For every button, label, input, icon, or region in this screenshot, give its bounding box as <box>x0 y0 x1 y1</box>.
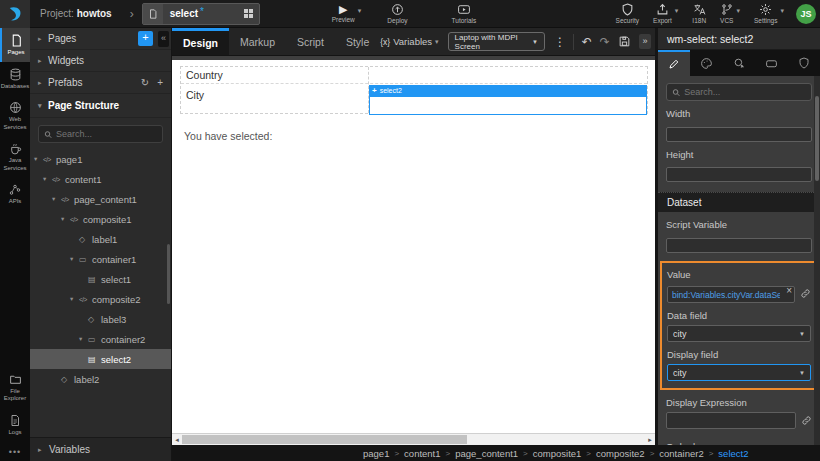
rail-item-logs[interactable]: Logs <box>0 408 30 442</box>
rail-overflow-icon[interactable]: ••• <box>0 441 30 461</box>
wavemaker-logo[interactable] <box>0 0 30 28</box>
tab-markup[interactable]: Markup <box>229 28 286 55</box>
design-canvas[interactable]: Country City + select2 You have selected… <box>172 56 655 433</box>
rail-item-java-services[interactable]: Java Services <box>0 136 30 177</box>
tab-security[interactable] <box>788 50 820 76</box>
breadcrumb-composite1[interactable]: composite1 <box>533 448 582 459</box>
vcs-button[interactable]: VCS <box>720 3 733 24</box>
caret-down-icon[interactable]: ▾ <box>70 295 79 303</box>
bind-link-icon[interactable] <box>800 288 811 299</box>
save-icon <box>618 35 631 48</box>
tutorials-button[interactable]: Tutorials <box>452 3 477 24</box>
breadcrumb-container2[interactable]: container2 <box>659 448 703 459</box>
properties-search-input[interactable] <box>684 87 806 97</box>
tab-styles[interactable] <box>690 50 722 76</box>
hscrollbar-thumb[interactable] <box>182 435 467 444</box>
tab-script[interactable]: Script <box>286 28 335 55</box>
height-input[interactable] <box>666 167 812 182</box>
variables-button[interactable]: {x} Variables ▾ <box>380 36 438 47</box>
device-selector[interactable]: Laptop with MDPI Screen ▼ <box>448 32 545 51</box>
expand-toolbar-button[interactable]: » <box>639 34 651 49</box>
section-pages[interactable]: ▸ Pages + « <box>30 28 171 50</box>
tree-node-container1[interactable]: ▾ ▭ container1 <box>30 249 171 269</box>
tab-design[interactable]: Design <box>172 28 229 55</box>
breadcrumb-select2[interactable]: select2 <box>718 448 748 459</box>
tree-node-container2[interactable]: ▾ ▭ container2 <box>30 329 171 349</box>
panel-scrollbar-thumb[interactable] <box>815 96 819 181</box>
caret-down-icon[interactable]: ▾ <box>70 255 79 263</box>
tree-node-page_content1[interactable]: ▾ </> page_content1 <box>30 189 171 209</box>
caret-down-icon[interactable]: ▾ <box>43 175 52 183</box>
display-expression-input[interactable] <box>666 412 796 429</box>
tree-node-content1[interactable]: ▾ </> content1 <box>30 169 171 189</box>
tree-node-select2[interactable]: ▤ select2 <box>30 349 171 369</box>
tree-node-composite2[interactable]: ▾ </> composite2 <box>30 289 171 309</box>
deploy-icon <box>391 3 404 16</box>
breadcrumb-content1[interactable]: content1 <box>404 448 440 459</box>
collapse-panel-button[interactable]: « <box>158 31 169 47</box>
section-page-structure[interactable]: ▾ Page Structure <box>30 94 171 118</box>
caret-down-icon[interactable]: ▾ <box>79 335 88 343</box>
panel-scrollbar[interactable] <box>814 76 820 445</box>
settings-button[interactable]: Settings <box>754 3 778 24</box>
structure-search-input[interactable] <box>56 129 157 139</box>
form-layout[interactable]: Country City + select2 <box>180 66 648 114</box>
deploy-button[interactable]: Deploy <box>387 3 407 24</box>
export-caret-icon[interactable]: ▾ <box>675 7 679 15</box>
preview-button[interactable]: ▶ Preview <box>332 4 355 23</box>
tab-properties[interactable] <box>658 50 690 76</box>
preview-caret-icon[interactable]: ▾ <box>358 7 362 15</box>
add-page-button[interactable]: + <box>138 31 153 46</box>
search-icon <box>44 130 52 139</box>
section-prefabs[interactable]: ▸ Prefabs ↻ + <box>30 72 171 94</box>
grid-icon[interactable] <box>244 9 253 18</box>
select2-widget[interactable] <box>369 96 647 115</box>
bind-link-icon[interactable] <box>801 415 812 426</box>
caret-down-icon[interactable]: ▾ <box>52 195 61 203</box>
refresh-icon[interactable]: ↻ <box>141 77 149 88</box>
tree-node-composite1[interactable]: ▾ </> composite1 <box>30 209 171 229</box>
rail-item-apis[interactable]: APIs <box>0 177 30 211</box>
redo-button[interactable]: ↷ <box>600 35 610 49</box>
section-variables[interactable]: ▸ Variables <box>30 437 171 461</box>
city-label[interactable]: City <box>186 89 204 101</box>
rail-item-web-services[interactable]: Web Services <box>0 95 30 136</box>
caret-down-icon[interactable]: ▾ <box>34 155 43 163</box>
width-input[interactable] <box>666 127 812 142</box>
breadcrumb-page_content1[interactable]: page_content1 <box>455 448 518 459</box>
tree-node-label3[interactable]: ◇ label3 <box>30 309 171 329</box>
script-variable-input[interactable] <box>666 238 812 253</box>
tab-style[interactable]: Style <box>335 28 380 55</box>
tree-node-label2[interactable]: ◇ label2 <box>30 369 171 389</box>
rail-item-databases[interactable]: Databases <box>0 62 30 96</box>
canvas-hscrollbar[interactable]: ◂ ▸ <box>172 433 655 445</box>
data-field-select[interactable]: city ▼ <box>667 325 811 342</box>
undo-button[interactable]: ↶ <box>582 35 592 49</box>
tree-node-label1[interactable]: ◇ label1 <box>30 229 171 249</box>
section-widgets[interactable]: ▸ Widgets <box>30 50 171 72</box>
export-button[interactable]: Export <box>653 3 672 24</box>
more-options-icon[interactable]: ⋮ <box>554 35 566 49</box>
selected-widget-badge[interactable]: + select2 <box>369 85 647 96</box>
country-label[interactable]: Country <box>186 69 223 81</box>
value-binding-input[interactable] <box>667 286 795 303</box>
breadcrumb-page1[interactable]: page1 <box>363 448 389 459</box>
display-field-select[interactable]: city ▼ <box>667 364 811 381</box>
tree-node-page1[interactable]: ▾ </> page1 <box>30 149 171 169</box>
clear-binding-icon[interactable]: × <box>786 285 792 296</box>
tab-events[interactable] <box>723 50 755 76</box>
rail-item-pages[interactable]: Pages <box>0 28 30 62</box>
security-button[interactable]: Security <box>616 3 639 24</box>
breadcrumb-composite2[interactable]: composite2 <box>596 448 645 459</box>
settings-caret-icon[interactable]: ▾ <box>780 7 784 15</box>
rail-item-file-explorer[interactable]: File Explorer <box>0 367 30 408</box>
tree-node-select1[interactable]: ▤ select1 <box>30 269 171 289</box>
tab-devices[interactable] <box>755 50 787 76</box>
caret-down-icon[interactable]: ▾ <box>61 215 70 223</box>
i18n-button[interactable]: I18N <box>692 3 706 24</box>
user-avatar[interactable]: JS <box>796 4 816 24</box>
page-tab-select[interactable]: select * <box>142 3 260 25</box>
add-prefab-icon[interactable]: + <box>157 77 163 88</box>
save-button[interactable] <box>618 35 631 48</box>
tree-scrollbar[interactable] <box>167 244 170 304</box>
